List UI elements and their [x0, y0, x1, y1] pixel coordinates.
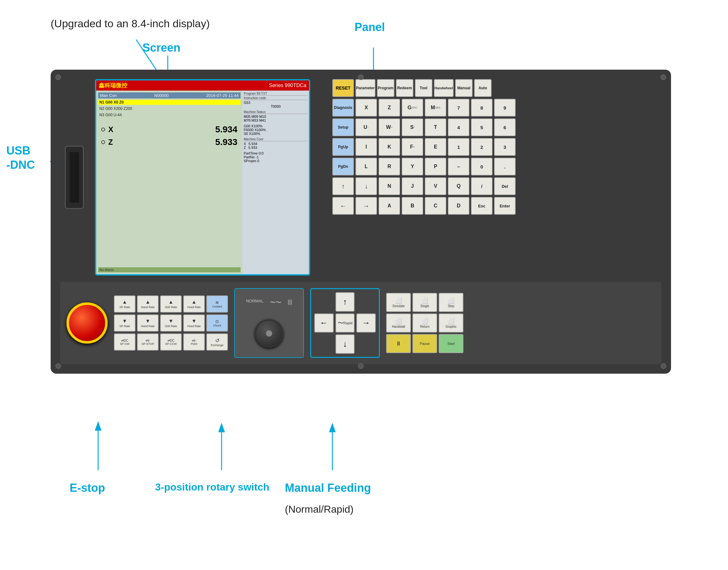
pause-icon-btn[interactable]: ⏸ [386, 334, 411, 353]
sp-cw[interactable]: ⇌DC SP-CW [114, 333, 135, 350]
usb-slot[interactable] [65, 146, 84, 209]
key-4[interactable]: 4 [448, 118, 470, 136]
manual-left[interactable]: ← [314, 313, 333, 333]
key-pgup[interactable]: PgUp [332, 138, 354, 156]
main-panel: 鑫科瑞微控 Series 990TDCa Man Con N00000 2016… [51, 70, 671, 374]
return-btn[interactable]: ⬜Return [413, 313, 437, 332]
key-down-nav[interactable]: ↓ [355, 177, 377, 195]
exchange-button[interactable]: ↺ Exchange [206, 333, 228, 350]
key-q[interactable]: Q [448, 177, 470, 195]
step-btn[interactable]: ⬜Step [439, 293, 464, 312]
key-w[interactable]: W+ [379, 118, 400, 136]
key-slash[interactable]: / [471, 177, 493, 195]
sp-ccw[interactable]: ⇌DC SP-CCW [160, 333, 182, 350]
key-setup[interactable]: Setup [332, 118, 354, 136]
key-s[interactable]: S* [402, 118, 423, 136]
single-btn[interactable]: ⬜Single [413, 293, 437, 312]
g00-rate-up[interactable]: ▲ G00 Rate [160, 295, 182, 313]
hand-rate-down[interactable]: ▼ Hand Rate [137, 314, 159, 331]
key-r[interactable]: R [379, 158, 400, 176]
key-g[interactable]: GSPC [402, 99, 423, 116]
sp-stop[interactable]: ⇌|◦ SP-STOP [137, 333, 159, 350]
manual-right[interactable]: → [356, 313, 376, 333]
key-3[interactable]: 3 [494, 138, 516, 156]
key-reset[interactable]: RESET [332, 79, 354, 97]
key-e[interactable]: E [425, 138, 446, 156]
key-p[interactable]: P [425, 158, 446, 176]
rotary-label: 3-position rotary switch [155, 481, 269, 493]
key-u[interactable]: U○ [355, 118, 377, 136]
key-j[interactable]: J [402, 177, 423, 195]
key-z[interactable]: Z [379, 99, 400, 116]
bottom-panel: ▲ SP Rate ▲ Hand Rate ▲ G00 Rate ▲ Feed … [60, 282, 662, 364]
coolant-button[interactable]: ≋ Coolant [206, 295, 228, 313]
key-5[interactable]: 5 [471, 118, 493, 136]
sp-rate-down[interactable]: ▼ SP Rate [114, 314, 135, 331]
estop-label: E-stop [70, 481, 105, 495]
key-c[interactable]: C [425, 197, 446, 215]
sp-rate-up[interactable]: ▲ SP Rate [114, 295, 135, 313]
estop-button[interactable] [66, 302, 108, 344]
rotary-knob[interactable] [255, 319, 283, 348]
manual-down[interactable]: ↓ [335, 334, 355, 354]
dnc-label: -DNC [6, 158, 35, 172]
manual-up[interactable]: ↑ [335, 292, 355, 312]
key-9[interactable]: 9 [494, 99, 516, 116]
key-left-nav[interactable]: ← [332, 197, 354, 215]
point-button[interactable]: ⇌|◦ Point [183, 333, 205, 350]
simulate-btn[interactable]: ⬜Simulate [386, 293, 411, 312]
key-x[interactable]: X [355, 99, 377, 116]
key-esc[interactable]: Esc [471, 197, 493, 215]
key-dot[interactable]: . [494, 158, 516, 176]
key-n[interactable]: N [379, 177, 400, 195]
chuck-button[interactable]: ⊙ Chuck [206, 314, 228, 331]
series-text: Series 990TDCa [269, 83, 306, 88]
key-0[interactable]: 0 [471, 158, 493, 176]
z-coord-value: 5.933 [215, 137, 237, 147]
key-v[interactable]: V [425, 177, 446, 195]
key-parameter[interactable]: Parameter [355, 79, 376, 97]
key-f[interactable]: F= [402, 138, 423, 156]
key-diagnosis[interactable]: Diagnosis [332, 99, 354, 116]
key-7[interactable]: 7 [448, 99, 470, 116]
key-redeem[interactable]: Redeem [396, 79, 414, 97]
feed-rate-up[interactable]: ▲ Feed Rate [183, 295, 205, 313]
mode-selector-area: NORMAL 〜〜 ||| [234, 288, 304, 358]
key-a[interactable]: A [379, 197, 400, 215]
key-i[interactable]: I [355, 138, 377, 156]
key-tool[interactable]: Tool [415, 79, 433, 97]
key-del[interactable]: Del [494, 177, 516, 195]
key-manual[interactable]: Manual [455, 79, 473, 97]
key-d[interactable]: D [448, 197, 470, 215]
key-enter[interactable]: Enter [494, 197, 516, 215]
feed-rate-down[interactable]: ▼ Feed Rate [183, 314, 205, 331]
part-no: PartNo -1 [244, 155, 308, 159]
key-program[interactable]: Program [377, 79, 395, 97]
pause-btn[interactable]: Pause [413, 334, 437, 353]
key-8[interactable]: 8 [471, 99, 493, 116]
key-m[interactable]: MMDI [425, 99, 446, 116]
graphic-btn[interactable]: ⬜Graphic [439, 313, 464, 332]
key-right-nav[interactable]: → [355, 197, 377, 215]
manual-rapid[interactable]: 〜 Rapid [335, 313, 355, 333]
hand-rate-up[interactable]: ▲ Hand Rate [137, 295, 159, 313]
g00-rate-down[interactable]: ▼ G00 Rate [160, 314, 182, 331]
key-up-nav[interactable]: ↑ [332, 177, 354, 195]
start-btn[interactable]: Start [439, 334, 464, 353]
key-1[interactable]: 1 [448, 138, 470, 156]
key-minus[interactable]: − [448, 158, 470, 176]
manual-feeding-pad: ↑ ← 〜 Rapid → ↓ [310, 288, 380, 358]
handstall-btn[interactable]: ⬜Handstall [386, 313, 411, 332]
screen-label: Screen [142, 41, 180, 54]
key-t[interactable]: T [425, 118, 446, 136]
keyboard-panel: RESET Parameter Program Redeem Tool Hand… [332, 79, 662, 276]
key-2[interactable]: 2 [471, 138, 493, 156]
key-handwheel[interactable]: Handwheel [434, 79, 454, 97]
key-l[interactable]: L [355, 158, 377, 176]
key-6[interactable]: 6 [494, 118, 516, 136]
key-pgdn[interactable]: PgDn [332, 158, 354, 176]
key-y[interactable]: Y [402, 158, 423, 176]
key-k[interactable]: K [379, 138, 400, 156]
key-b[interactable]: B [402, 197, 423, 215]
key-auto[interactable]: Auto [474, 79, 492, 97]
